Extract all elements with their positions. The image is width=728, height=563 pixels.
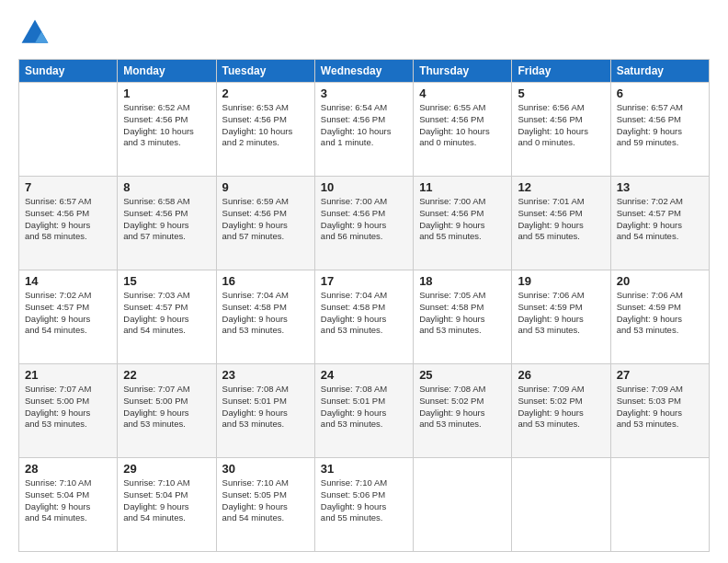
calendar-cell: 9Sunrise: 6:59 AMSunset: 4:56 PMDaylight… xyxy=(216,177,314,270)
day-number: 13 xyxy=(617,180,703,194)
day-number: 23 xyxy=(222,368,309,382)
day-number: 25 xyxy=(419,368,506,382)
calendar-cell: 13Sunrise: 7:02 AMSunset: 4:57 PMDayligh… xyxy=(610,177,709,270)
calendar-cell: 28Sunrise: 7:10 AMSunset: 5:04 PMDayligh… xyxy=(19,458,118,552)
calendar-cell: 20Sunrise: 7:06 AMSunset: 4:59 PMDayligh… xyxy=(610,270,709,364)
day-info: Sunrise: 7:08 AMSunset: 5:02 PMDaylight:… xyxy=(419,384,506,431)
calendar-cell: 5Sunrise: 6:56 AMSunset: 4:56 PMDaylight… xyxy=(512,83,610,177)
logo xyxy=(18,17,57,50)
day-number: 11 xyxy=(419,180,506,194)
week-row-3: 21Sunrise: 7:07 AMSunset: 5:00 PMDayligh… xyxy=(19,364,710,458)
day-info: Sunrise: 7:02 AMSunset: 4:57 PMDaylight:… xyxy=(617,196,703,243)
day-info: Sunrise: 7:06 AMSunset: 4:59 PMDaylight:… xyxy=(518,290,604,337)
day-number: 31 xyxy=(321,462,407,476)
day-info: Sunrise: 7:05 AMSunset: 4:58 PMDaylight:… xyxy=(419,290,506,337)
col-header-sunday: Sunday xyxy=(19,60,118,83)
calendar-cell: 3Sunrise: 6:54 AMSunset: 4:56 PMDaylight… xyxy=(314,83,413,177)
calendar-cell: 4Sunrise: 6:55 AMSunset: 4:56 PMDaylight… xyxy=(414,83,512,177)
day-number: 6 xyxy=(617,86,703,100)
week-row-0: 1Sunrise: 6:52 AMSunset: 4:56 PMDaylight… xyxy=(19,83,710,177)
page: SundayMondayTuesdayWednesdayThursdayFrid… xyxy=(0,0,728,563)
day-info: Sunrise: 7:04 AMSunset: 4:58 PMDaylight:… xyxy=(222,290,309,337)
calendar-cell: 2Sunrise: 6:53 AMSunset: 4:56 PMDaylight… xyxy=(216,83,314,177)
calendar-cell: 10Sunrise: 7:00 AMSunset: 4:56 PMDayligh… xyxy=(314,177,413,270)
day-number: 9 xyxy=(222,180,309,194)
calendar-cell: 19Sunrise: 7:06 AMSunset: 4:59 PMDayligh… xyxy=(512,270,610,364)
day-number: 1 xyxy=(123,86,210,100)
day-info: Sunrise: 6:57 AMSunset: 4:56 PMDaylight:… xyxy=(617,102,703,149)
calendar-cell xyxy=(19,83,118,177)
calendar-cell: 12Sunrise: 7:01 AMSunset: 4:56 PMDayligh… xyxy=(512,177,610,270)
calendar-cell xyxy=(414,458,512,552)
day-info: Sunrise: 7:10 AMSunset: 5:04 PMDaylight:… xyxy=(25,477,111,524)
day-info: Sunrise: 7:03 AMSunset: 4:57 PMDaylight:… xyxy=(123,290,210,337)
calendar-cell: 22Sunrise: 7:07 AMSunset: 5:00 PMDayligh… xyxy=(118,364,216,458)
logo-icon xyxy=(18,17,51,50)
calendar-cell: 14Sunrise: 7:02 AMSunset: 4:57 PMDayligh… xyxy=(19,270,118,364)
day-info: Sunrise: 7:08 AMSunset: 5:01 PMDaylight:… xyxy=(222,384,309,431)
col-header-wednesday: Wednesday xyxy=(314,60,413,83)
day-info: Sunrise: 7:10 AMSunset: 5:06 PMDaylight:… xyxy=(321,477,407,524)
day-info: Sunrise: 7:10 AMSunset: 5:04 PMDaylight:… xyxy=(123,477,210,524)
day-number: 24 xyxy=(321,368,407,382)
calendar-cell: 30Sunrise: 7:10 AMSunset: 5:05 PMDayligh… xyxy=(216,458,314,552)
day-number: 5 xyxy=(518,86,604,100)
day-number: 2 xyxy=(222,86,309,100)
day-info: Sunrise: 7:09 AMSunset: 5:02 PMDaylight:… xyxy=(518,384,604,431)
week-row-1: 7Sunrise: 6:57 AMSunset: 4:56 PMDaylight… xyxy=(19,177,710,270)
day-info: Sunrise: 6:56 AMSunset: 4:56 PMDaylight:… xyxy=(518,102,604,149)
day-number: 17 xyxy=(321,274,407,288)
day-info: Sunrise: 6:59 AMSunset: 4:56 PMDaylight:… xyxy=(222,196,309,243)
header xyxy=(18,17,710,50)
day-number: 29 xyxy=(123,462,210,476)
calendar-cell xyxy=(512,458,610,552)
col-header-friday: Friday xyxy=(512,60,610,83)
day-number: 21 xyxy=(25,368,111,382)
day-number: 26 xyxy=(518,368,604,382)
calendar-cell xyxy=(610,458,709,552)
day-info: Sunrise: 6:53 AMSunset: 4:56 PMDaylight:… xyxy=(222,102,309,149)
calendar-cell: 6Sunrise: 6:57 AMSunset: 4:56 PMDaylight… xyxy=(610,83,709,177)
calendar-cell: 31Sunrise: 7:10 AMSunset: 5:06 PMDayligh… xyxy=(314,458,413,552)
calendar-cell: 25Sunrise: 7:08 AMSunset: 5:02 PMDayligh… xyxy=(414,364,512,458)
day-number: 18 xyxy=(419,274,506,288)
day-number: 22 xyxy=(123,368,210,382)
day-number: 7 xyxy=(25,180,111,194)
day-info: Sunrise: 7:02 AMSunset: 4:57 PMDaylight:… xyxy=(25,290,111,337)
day-number: 27 xyxy=(617,368,703,382)
day-number: 14 xyxy=(25,274,111,288)
week-row-4: 28Sunrise: 7:10 AMSunset: 5:04 PMDayligh… xyxy=(19,458,710,552)
day-number: 16 xyxy=(222,274,309,288)
day-number: 10 xyxy=(321,180,407,194)
day-info: Sunrise: 6:57 AMSunset: 4:56 PMDaylight:… xyxy=(25,196,111,243)
calendar-cell: 21Sunrise: 7:07 AMSunset: 5:00 PMDayligh… xyxy=(19,364,118,458)
calendar-cell: 24Sunrise: 7:08 AMSunset: 5:01 PMDayligh… xyxy=(314,364,413,458)
calendar-cell: 11Sunrise: 7:00 AMSunset: 4:56 PMDayligh… xyxy=(414,177,512,270)
day-info: Sunrise: 7:07 AMSunset: 5:00 PMDaylight:… xyxy=(25,384,111,431)
day-number: 8 xyxy=(123,180,210,194)
calendar-cell: 1Sunrise: 6:52 AMSunset: 4:56 PMDaylight… xyxy=(118,83,216,177)
day-number: 4 xyxy=(419,86,506,100)
col-header-thursday: Thursday xyxy=(414,60,512,83)
day-info: Sunrise: 7:10 AMSunset: 5:05 PMDaylight:… xyxy=(222,477,309,524)
calendar-cell: 29Sunrise: 7:10 AMSunset: 5:04 PMDayligh… xyxy=(118,458,216,552)
col-header-monday: Monday xyxy=(118,60,216,83)
day-number: 15 xyxy=(123,274,210,288)
week-row-2: 14Sunrise: 7:02 AMSunset: 4:57 PMDayligh… xyxy=(19,270,710,364)
calendar-cell: 8Sunrise: 6:58 AMSunset: 4:56 PMDaylight… xyxy=(118,177,216,270)
calendar-cell: 7Sunrise: 6:57 AMSunset: 4:56 PMDaylight… xyxy=(19,177,118,270)
day-info: Sunrise: 6:54 AMSunset: 4:56 PMDaylight:… xyxy=(321,102,407,149)
calendar-cell: 16Sunrise: 7:04 AMSunset: 4:58 PMDayligh… xyxy=(216,270,314,364)
day-info: Sunrise: 7:06 AMSunset: 4:59 PMDaylight:… xyxy=(617,290,703,337)
col-header-tuesday: Tuesday xyxy=(216,60,314,83)
calendar-cell: 26Sunrise: 7:09 AMSunset: 5:02 PMDayligh… xyxy=(512,364,610,458)
day-info: Sunrise: 7:04 AMSunset: 4:58 PMDaylight:… xyxy=(321,290,407,337)
calendar-cell: 17Sunrise: 7:04 AMSunset: 4:58 PMDayligh… xyxy=(314,270,413,364)
day-info: Sunrise: 7:08 AMSunset: 5:01 PMDaylight:… xyxy=(321,384,407,431)
day-number: 19 xyxy=(518,274,604,288)
day-info: Sunrise: 7:00 AMSunset: 4:56 PMDaylight:… xyxy=(419,196,506,243)
calendar-cell: 15Sunrise: 7:03 AMSunset: 4:57 PMDayligh… xyxy=(118,270,216,364)
day-info: Sunrise: 6:58 AMSunset: 4:56 PMDaylight:… xyxy=(123,196,210,243)
day-info: Sunrise: 6:55 AMSunset: 4:56 PMDaylight:… xyxy=(419,102,506,149)
day-info: Sunrise: 7:07 AMSunset: 5:00 PMDaylight:… xyxy=(123,384,210,431)
